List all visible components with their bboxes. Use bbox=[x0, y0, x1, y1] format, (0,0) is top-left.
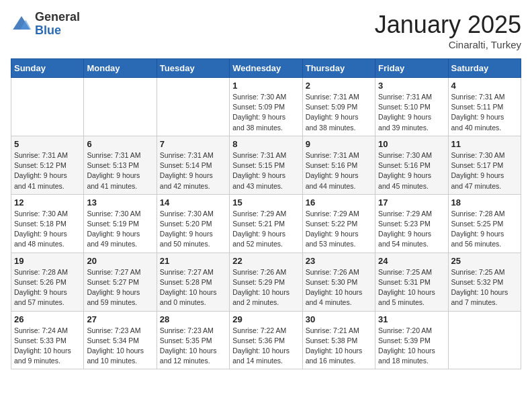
calendar-cell: 30Sunrise: 7:21 AM Sunset: 5:38 PM Dayli… bbox=[302, 311, 375, 369]
calendar-cell bbox=[448, 311, 521, 369]
day-number: 16 bbox=[306, 197, 372, 208]
calendar-cell bbox=[11, 78, 84, 136]
calendar-cell: 21Sunrise: 7:27 AM Sunset: 5:28 PM Dayli… bbox=[157, 253, 229, 311]
calendar-cell: 9Sunrise: 7:31 AM Sunset: 5:16 PM Daylig… bbox=[302, 136, 375, 194]
day-info: Sunrise: 7:26 AM Sunset: 5:29 PM Dayligh… bbox=[232, 267, 299, 308]
calendar-week-row: 19Sunrise: 7:28 AM Sunset: 5:26 PM Dayli… bbox=[11, 253, 521, 311]
weekday-header-friday: Friday bbox=[375, 59, 448, 78]
weekday-header-saturday: Saturday bbox=[448, 59, 521, 78]
day-info: Sunrise: 7:31 AM Sunset: 5:10 PM Dayligh… bbox=[378, 92, 445, 133]
day-info: Sunrise: 7:30 AM Sunset: 5:17 PM Dayligh… bbox=[451, 150, 518, 191]
day-info: Sunrise: 7:29 AM Sunset: 5:23 PM Dayligh… bbox=[378, 209, 445, 250]
calendar-cell bbox=[157, 78, 229, 136]
calendar-cell: 5Sunrise: 7:31 AM Sunset: 5:12 PM Daylig… bbox=[11, 136, 84, 194]
calendar-cell bbox=[84, 78, 157, 136]
calendar-cell: 20Sunrise: 7:27 AM Sunset: 5:27 PM Dayli… bbox=[84, 253, 157, 311]
day-number: 2 bbox=[306, 81, 372, 91]
day-number: 8 bbox=[232, 139, 299, 149]
calendar-cell: 26Sunrise: 7:24 AM Sunset: 5:33 PM Dayli… bbox=[11, 311, 84, 369]
day-number: 20 bbox=[87, 256, 153, 266]
day-info: Sunrise: 7:25 AM Sunset: 5:32 PM Dayligh… bbox=[451, 267, 518, 308]
day-number: 25 bbox=[451, 256, 518, 266]
calendar-week-row: 12Sunrise: 7:30 AM Sunset: 5:18 PM Dayli… bbox=[11, 194, 521, 253]
day-info: Sunrise: 7:23 AM Sunset: 5:35 PM Dayligh… bbox=[160, 326, 226, 367]
calendar-cell: 18Sunrise: 7:28 AM Sunset: 5:25 PM Dayli… bbox=[448, 194, 521, 253]
day-number: 14 bbox=[160, 197, 226, 208]
day-number: 24 bbox=[378, 256, 445, 266]
day-info: Sunrise: 7:22 AM Sunset: 5:36 PM Dayligh… bbox=[232, 326, 299, 367]
day-number: 10 bbox=[378, 139, 445, 149]
calendar-cell: 3Sunrise: 7:31 AM Sunset: 5:10 PM Daylig… bbox=[375, 78, 448, 136]
calendar-cell: 31Sunrise: 7:20 AM Sunset: 5:39 PM Dayli… bbox=[375, 311, 448, 369]
day-info: Sunrise: 7:30 AM Sunset: 5:20 PM Dayligh… bbox=[160, 209, 226, 250]
day-number: 27 bbox=[87, 314, 153, 324]
day-info: Sunrise: 7:30 AM Sunset: 5:16 PM Dayligh… bbox=[378, 150, 445, 191]
calendar-cell: 10Sunrise: 7:30 AM Sunset: 5:16 PM Dayli… bbox=[375, 136, 448, 194]
logo-blue: Blue bbox=[35, 24, 80, 38]
day-number: 13 bbox=[87, 197, 153, 208]
day-number: 11 bbox=[451, 139, 518, 149]
day-info: Sunrise: 7:27 AM Sunset: 5:28 PM Dayligh… bbox=[160, 267, 226, 308]
weekday-header-tuesday: Tuesday bbox=[157, 59, 229, 78]
day-info: Sunrise: 7:23 AM Sunset: 5:34 PM Dayligh… bbox=[87, 326, 153, 367]
calendar-cell: 2Sunrise: 7:31 AM Sunset: 5:09 PM Daylig… bbox=[302, 78, 375, 136]
logo-general: General bbox=[35, 11, 80, 24]
weekday-header-thursday: Thursday bbox=[302, 59, 375, 78]
weekday-header-monday: Monday bbox=[84, 59, 157, 78]
calendar-table: SundayMondayTuesdayWednesdayThursdayFrid… bbox=[11, 58, 521, 369]
calendar-cell: 13Sunrise: 7:30 AM Sunset: 5:19 PM Dayli… bbox=[84, 194, 157, 253]
weekday-header-row: SundayMondayTuesdayWednesdayThursdayFrid… bbox=[11, 59, 521, 78]
day-info: Sunrise: 7:27 AM Sunset: 5:27 PM Dayligh… bbox=[87, 267, 153, 308]
day-number: 29 bbox=[232, 314, 299, 324]
day-info: Sunrise: 7:28 AM Sunset: 5:25 PM Dayligh… bbox=[451, 209, 518, 250]
day-info: Sunrise: 7:31 AM Sunset: 5:15 PM Dayligh… bbox=[232, 150, 299, 191]
day-info: Sunrise: 7:30 AM Sunset: 5:19 PM Dayligh… bbox=[87, 209, 153, 250]
calendar-cell: 16Sunrise: 7:29 AM Sunset: 5:22 PM Dayli… bbox=[302, 194, 375, 253]
calendar-cell: 19Sunrise: 7:28 AM Sunset: 5:26 PM Dayli… bbox=[11, 253, 84, 311]
day-number: 26 bbox=[14, 314, 81, 324]
calendar-cell: 1Sunrise: 7:30 AM Sunset: 5:09 PM Daylig… bbox=[230, 78, 302, 136]
day-info: Sunrise: 7:31 AM Sunset: 5:11 PM Dayligh… bbox=[451, 92, 518, 133]
day-info: Sunrise: 7:28 AM Sunset: 5:26 PM Dayligh… bbox=[14, 267, 81, 308]
day-number: 6 bbox=[87, 139, 153, 149]
calendar-cell: 24Sunrise: 7:25 AM Sunset: 5:31 PM Dayli… bbox=[375, 253, 448, 311]
day-number: 23 bbox=[306, 256, 372, 266]
day-number: 9 bbox=[306, 139, 372, 149]
day-number: 28 bbox=[160, 314, 226, 324]
day-info: Sunrise: 7:25 AM Sunset: 5:31 PM Dayligh… bbox=[378, 267, 445, 308]
calendar-cell: 15Sunrise: 7:29 AM Sunset: 5:21 PM Dayli… bbox=[230, 194, 302, 253]
calendar-cell: 4Sunrise: 7:31 AM Sunset: 5:11 PM Daylig… bbox=[448, 78, 521, 136]
day-number: 5 bbox=[14, 139, 81, 149]
day-number: 18 bbox=[451, 197, 518, 208]
day-info: Sunrise: 7:29 AM Sunset: 5:21 PM Dayligh… bbox=[232, 209, 299, 250]
location: Cinaralti, Turkey bbox=[375, 39, 521, 50]
month-title: January 2025 bbox=[375, 11, 521, 39]
calendar-cell: 27Sunrise: 7:23 AM Sunset: 5:34 PM Dayli… bbox=[84, 311, 157, 369]
day-info: Sunrise: 7:31 AM Sunset: 5:12 PM Dayligh… bbox=[14, 150, 81, 191]
calendar-cell: 12Sunrise: 7:30 AM Sunset: 5:18 PM Dayli… bbox=[11, 194, 84, 253]
calendar-cell: 8Sunrise: 7:31 AM Sunset: 5:15 PM Daylig… bbox=[230, 136, 302, 194]
logo-icon bbox=[11, 13, 32, 35]
weekday-header-sunday: Sunday bbox=[11, 59, 84, 78]
day-number: 7 bbox=[160, 139, 226, 149]
day-info: Sunrise: 7:30 AM Sunset: 5:18 PM Dayligh… bbox=[14, 209, 81, 250]
day-info: Sunrise: 7:21 AM Sunset: 5:38 PM Dayligh… bbox=[306, 326, 372, 367]
calendar-week-row: 26Sunrise: 7:24 AM Sunset: 5:33 PM Dayli… bbox=[11, 311, 521, 369]
day-info: Sunrise: 7:31 AM Sunset: 5:09 PM Dayligh… bbox=[306, 92, 372, 133]
day-number: 15 bbox=[232, 197, 299, 208]
day-number: 4 bbox=[451, 81, 518, 91]
day-number: 3 bbox=[378, 81, 445, 91]
logo: General Blue bbox=[11, 11, 80, 38]
calendar-cell: 23Sunrise: 7:26 AM Sunset: 5:30 PM Dayli… bbox=[302, 253, 375, 311]
day-number: 17 bbox=[378, 197, 445, 208]
day-number: 19 bbox=[14, 256, 81, 266]
calendar-cell: 29Sunrise: 7:22 AM Sunset: 5:36 PM Dayli… bbox=[230, 311, 302, 369]
day-number: 21 bbox=[160, 256, 226, 266]
day-number: 1 bbox=[232, 81, 299, 91]
calendar-cell: 28Sunrise: 7:23 AM Sunset: 5:35 PM Dayli… bbox=[157, 311, 229, 369]
weekday-header-wednesday: Wednesday bbox=[230, 59, 302, 78]
calendar-cell: 25Sunrise: 7:25 AM Sunset: 5:32 PM Dayli… bbox=[448, 253, 521, 311]
calendar-week-row: 5Sunrise: 7:31 AM Sunset: 5:12 PM Daylig… bbox=[11, 136, 521, 194]
day-info: Sunrise: 7:26 AM Sunset: 5:30 PM Dayligh… bbox=[306, 267, 372, 308]
logo-text: General Blue bbox=[35, 11, 80, 38]
